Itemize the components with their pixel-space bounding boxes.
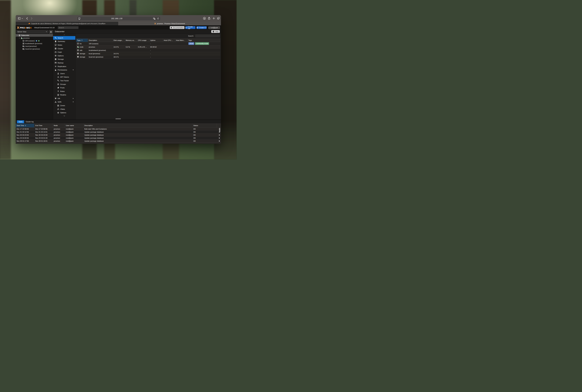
- menu-item-ha[interactable]: HA: [53, 97, 75, 100]
- tree-item-localnetwork[interactable]: localnetwork (proxmox): [16, 42, 53, 45]
- menu-item-replication[interactable]: Replication: [53, 65, 75, 68]
- grid-icon: [57, 105, 59, 106]
- task-detail-chevron-icon[interactable]: [219, 134, 220, 136]
- documentation-button[interactable]: Documentation: [170, 26, 184, 29]
- expander-icon[interactable]: [18, 37, 20, 39]
- gear-icon: [50, 31, 52, 33]
- column-header-end-time[interactable]: End Time: [34, 124, 53, 128]
- person-icon: [57, 90, 59, 92]
- menu-item-roles[interactable]: Roles: [53, 90, 75, 93]
- caret-down-icon: [72, 69, 74, 71]
- menu-item-sdn-options[interactable]: Options: [53, 111, 75, 114]
- column-header-cpu[interactable]: CPU usage: [137, 38, 149, 42]
- tree-item-local-lvm-storage[interactable]: local-lvm (proxmox): [16, 48, 53, 50]
- caret-down-icon: [72, 101, 74, 103]
- menu-item-zones[interactable]: Zones: [53, 104, 75, 107]
- expander-icon[interactable]: [16, 34, 18, 36]
- page-title: Datacenter: [55, 30, 65, 32]
- menu-item-cluster[interactable]: Cluster: [53, 47, 75, 50]
- tree-item-local-storage[interactable]: local (proxmox): [16, 45, 53, 48]
- menu-item-search[interactable]: Search: [53, 36, 75, 40]
- tree-item-node-proxmox[interactable]: proxmox: [16, 37, 53, 40]
- back-icon[interactable]: [26, 17, 29, 20]
- column-header-start-time[interactable]: Start Time: [16, 124, 34, 128]
- menu-item-permissions[interactable]: Permissions: [53, 68, 75, 72]
- sdn-zone-icon: [77, 49, 79, 51]
- menu-item-storage[interactable]: Storage: [53, 58, 75, 61]
- column-header-uptime[interactable]: Uptime: [149, 38, 163, 42]
- column-header-disk[interactable]: Disk usage...: [113, 38, 125, 42]
- downloads-icon[interactable]: [203, 17, 206, 20]
- sidebar-chevron-down-icon[interactable]: [21, 18, 23, 19]
- menu-item-two-factor[interactable]: Two Factor: [53, 79, 75, 82]
- reload-icon[interactable]: [157, 18, 159, 20]
- column-header-hostcpu[interactable]: Host CPU ...: [163, 38, 175, 42]
- column-header-type[interactable]: Type: [76, 38, 88, 42]
- create-ct-button[interactable]: Create CT: [196, 26, 207, 29]
- new-tab-icon[interactable]: [212, 17, 215, 20]
- column-header-description[interactable]: Description: [88, 38, 113, 42]
- tab-overview-icon[interactable]: [217, 17, 220, 20]
- menu-item-realms[interactable]: Realms: [53, 93, 75, 97]
- search-icon: [55, 37, 56, 39]
- vertical-scrollbar-thumb[interactable]: [219, 128, 220, 132]
- menu-item-vnets[interactable]: VNets: [53, 107, 75, 111]
- menu-scroll-up[interactable]: [53, 34, 75, 36]
- floppy-icon: [55, 62, 56, 64]
- proxmox-logo-icon: [17, 26, 19, 29]
- menu-item-users[interactable]: Users: [53, 72, 75, 75]
- tree-item-datacenter[interactable]: Datacenter: [16, 34, 53, 37]
- global-search-input[interactable]: [58, 26, 78, 29]
- column-header-hostmem[interactable]: Host Mem...: [175, 38, 187, 42]
- menu-item-api-tokens[interactable]: API Tokens: [53, 75, 75, 79]
- tag-icon: [57, 87, 59, 89]
- tree-settings-button[interactable]: [49, 30, 53, 34]
- horizontal-scrollbar-thumb[interactable]: [115, 118, 121, 119]
- forward-icon[interactable]: [30, 17, 33, 20]
- column-header-memory[interactable]: Memory us...: [125, 38, 137, 42]
- sidebar-toggle-icon[interactable]: [18, 17, 21, 20]
- create-vm-button[interactable]: Create VM: [185, 26, 195, 29]
- task-detail-chevron-icon[interactable]: [219, 137, 220, 139]
- menu-item-notes[interactable]: Notes: [53, 43, 75, 47]
- tab-tasks[interactable]: Tasks: [17, 120, 24, 123]
- translate-icon[interactable]: A: [153, 17, 155, 20]
- menu-item-ceph[interactable]: Ceph: [53, 50, 75, 54]
- tab-strip: Capacité de calcul (Workers) | Workers e…: [16, 22, 221, 26]
- menu-item-options[interactable]: Options: [53, 54, 75, 58]
- tasks-panel: Tasks Cluster log Start Time End Time No…: [16, 120, 221, 144]
- tag-pill-community-script: community-script: [195, 42, 209, 45]
- url-text[interactable]: 192.168.1.50: [80, 18, 153, 20]
- node-online-icon: [77, 46, 79, 48]
- column-header-status[interactable]: Status: [192, 124, 217, 128]
- column-header-tags[interactable]: Tags: [187, 38, 220, 42]
- menu-item-pools[interactable]: Pools: [53, 86, 75, 90]
- menu-scroll-down[interactable]: [53, 114, 75, 117]
- help-button[interactable]: ? Help: [211, 30, 220, 33]
- search-label: Search:: [188, 35, 194, 37]
- menu-item-groups[interactable]: Groups: [53, 82, 75, 86]
- storage-icon: [77, 52, 79, 54]
- column-header-user-name[interactable]: User name: [65, 124, 83, 128]
- task-detail-chevron-icon[interactable]: [219, 140, 220, 142]
- column-header-node[interactable]: Node: [53, 124, 65, 128]
- share-icon[interactable]: [207, 16, 211, 20]
- tab-cloudflare[interactable]: Capacité de calcul (Workers) | Workers e…: [16, 22, 118, 25]
- tag-pill-cloud: cloud: [188, 42, 194, 45]
- tab-cluster-log[interactable]: Cluster log: [26, 121, 34, 122]
- tab-proxmox[interactable]: proxmox - Proxmox Virtual Environment: [118, 22, 221, 25]
- storage-icon: [77, 56, 79, 58]
- chevron-down-icon: [219, 27, 220, 28]
- user-menu-button[interactable]: root@pam: [208, 26, 220, 29]
- menu-item-backup[interactable]: Backup: [53, 61, 75, 65]
- storage-icon: [22, 48, 25, 50]
- menu-item-sdn[interactable]: SDN: [53, 100, 75, 104]
- resource-search-input[interactable]: [195, 34, 220, 37]
- view-selector[interactable]: Server View: [16, 30, 48, 33]
- tab-title: proxmox - Proxmox Virtual Environment: [157, 23, 185, 24]
- address-bar[interactable]: 192.168.1.50 A: [77, 16, 161, 21]
- search-panel: Search: Type Description Disk usage... M…: [75, 34, 221, 120]
- tree-item-lxc-100[interactable]: 100 (casaos): [16, 40, 53, 42]
- column-header-description[interactable]: Description: [83, 124, 192, 128]
- menu-item-summary[interactable]: Summary: [53, 40, 75, 43]
